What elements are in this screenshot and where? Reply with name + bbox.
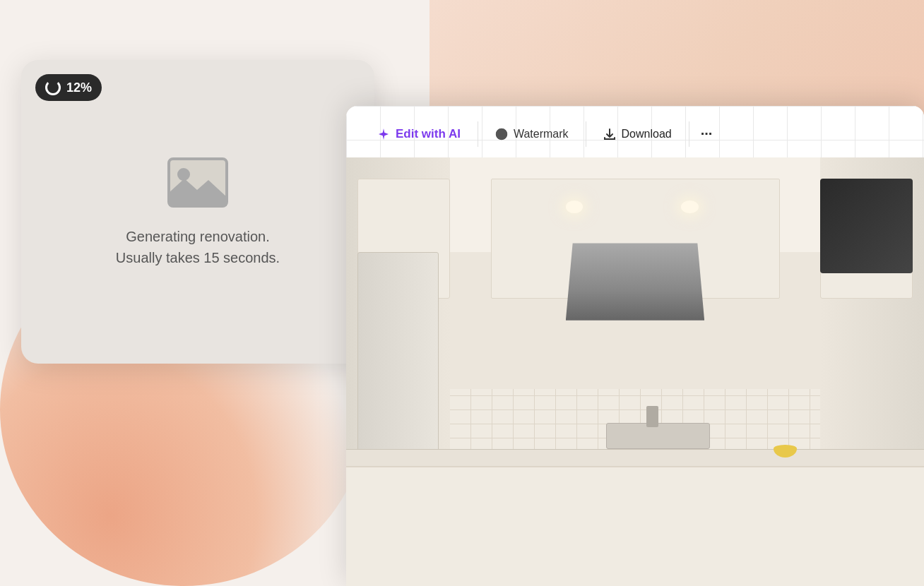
lower-cabinets (346, 466, 924, 586)
kitchen-image (346, 157, 924, 586)
hood-vent (566, 243, 704, 320)
toolbar: Edit with AI Watermark (346, 106, 924, 162)
faucet (646, 406, 658, 427)
edit-with-ai-button[interactable]: Edit with AI (363, 120, 475, 148)
kitchen-scene (346, 157, 924, 586)
watermark-label: Watermark (514, 128, 569, 140)
progress-percent: 12% (66, 80, 92, 95)
more-icon: ··· (701, 126, 713, 142)
toolbar-divider-2 (586, 121, 586, 147)
watermark-button[interactable]: Watermark (481, 121, 583, 148)
toolbar-divider-3 (689, 121, 689, 147)
download-icon (603, 128, 616, 140)
generating-card: 12% Generating renovation. Usually takes… (21, 60, 374, 364)
more-options-button[interactable]: ··· (692, 119, 721, 149)
edit-with-ai-label: Edit with AI (396, 127, 461, 141)
ceiling-light-2 (681, 201, 699, 213)
microwave (820, 179, 913, 273)
browser-window: Edit with AI Watermark (346, 106, 924, 586)
download-label: Download (622, 128, 672, 140)
svg-point-1 (177, 168, 190, 181)
counter-top (346, 449, 924, 466)
ceiling-light-1 (566, 201, 584, 213)
generating-text: Generating renovation. Usually takes 15 … (116, 226, 280, 268)
progress-badge: 12% (35, 74, 102, 101)
toolbar-divider-1 (478, 121, 478, 147)
download-button[interactable]: Download (589, 121, 686, 148)
generating-subtitle: Usually takes 15 seconds. (116, 247, 280, 268)
sparkle-icon (377, 128, 390, 140)
spinner-icon (45, 80, 61, 95)
watermark-icon (495, 128, 508, 140)
image-placeholder-icon (166, 156, 230, 209)
generating-title: Generating renovation. (116, 226, 280, 247)
sink (606, 423, 710, 448)
